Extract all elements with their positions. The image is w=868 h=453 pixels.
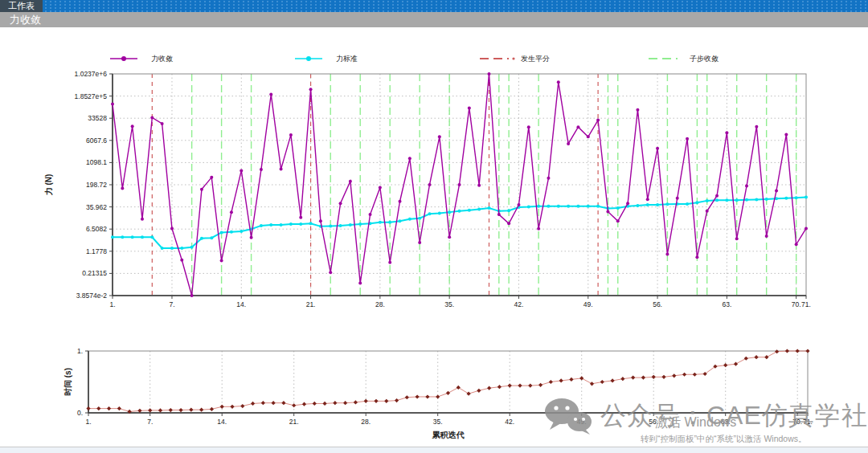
legend-item-1: 力标准 (293, 53, 358, 64)
svg-text:28.: 28. (361, 418, 371, 426)
svg-text:71.: 71. (803, 418, 813, 426)
main-chart-ylabel: 力 (N) (44, 174, 53, 196)
bottom-strip (0, 447, 868, 453)
svg-text:56.: 56. (653, 300, 662, 308)
legend-label: 发生平分 (521, 54, 550, 64)
svg-text:71.: 71. (801, 300, 811, 308)
svg-text:1.: 1. (109, 300, 115, 308)
svg-text:6067.6: 6067.6 (86, 137, 107, 145)
svg-text:70.: 70. (792, 418, 802, 426)
tab-worksheet[interactable]: 工作表 (0, 0, 43, 12)
svg-text:0.21315: 0.21315 (82, 269, 107, 277)
svg-text:21.: 21. (289, 418, 299, 426)
legend-sample-icon (478, 54, 517, 63)
chart-title-bar: 力收敛 (0, 12, 868, 27)
svg-text:28.: 28. (375, 300, 385, 308)
legend-sample-icon (108, 54, 147, 63)
svg-text:35.: 35. (444, 300, 454, 308)
svg-text:7.: 7. (147, 418, 153, 426)
svg-text:198.72: 198.72 (86, 181, 107, 189)
svg-text:1.: 1. (77, 347, 83, 355)
svg-text:49.: 49. (577, 418, 587, 426)
svg-text:14.: 14. (236, 300, 246, 308)
svg-text:42.: 42. (514, 300, 524, 308)
legend-sample-icon (647, 54, 686, 63)
svg-text:1098.1: 1098.1 (86, 158, 107, 166)
legend-sample-icon (293, 54, 332, 63)
legend-label: 力收敛 (151, 54, 173, 64)
activate-windows-text: 激活 Windows (655, 414, 736, 431)
svg-text:35.: 35. (433, 418, 443, 426)
svg-text:35.962: 35.962 (86, 203, 107, 211)
svg-text:21.: 21. (306, 300, 316, 308)
legend-item-0: 力收敛 (108, 53, 173, 64)
svg-text:1.1778: 1.1778 (86, 247, 107, 255)
svg-text:1.0237e+6: 1.0237e+6 (75, 70, 108, 78)
page-title: 力收敛 (0, 12, 41, 27)
chart-legend: 力收敛力标准发生平分子步收敛 (0, 53, 868, 66)
svg-text:0.: 0. (77, 409, 83, 417)
svg-text:33528: 33528 (88, 114, 107, 122)
svg-text:63.: 63. (722, 300, 731, 308)
svg-text:6.5082: 6.5082 (86, 225, 107, 233)
time-chart-xlabel: 累积迭代 (432, 431, 465, 439)
svg-text:49.: 49. (583, 300, 593, 308)
legend-item-3: 子步收敛 (647, 53, 719, 64)
svg-text:1.8527e+5: 1.8527e+5 (75, 92, 108, 100)
svg-text:14.: 14. (217, 418, 227, 426)
activate-windows-hint: 转到“控制面板”中的“系统”以激活 Windows。 (641, 434, 807, 445)
svg-text:70.: 70. (792, 300, 801, 308)
svg-text:3.8574e-2: 3.8574e-2 (76, 292, 108, 300)
svg-text:7.: 7. (169, 300, 174, 308)
svg-text:42.: 42. (505, 418, 514, 426)
app-window: 1.0237e+61.8527e+5335286067.61098.1198.7… (0, 0, 868, 453)
time-chart-ylabel: 时间 (s) (63, 368, 72, 396)
legend-label: 力标准 (336, 54, 358, 64)
legend-item-2: 发生平分 (478, 53, 550, 64)
worksheet-tab-bar: 工作表 (0, 0, 868, 12)
legend-label: 子步收敛 (690, 54, 719, 64)
convergence-charts: 1.0237e+61.8527e+5335286067.61098.1198.7… (0, 0, 868, 453)
time-series (88, 351, 808, 411)
svg-text:1.: 1. (85, 418, 91, 426)
